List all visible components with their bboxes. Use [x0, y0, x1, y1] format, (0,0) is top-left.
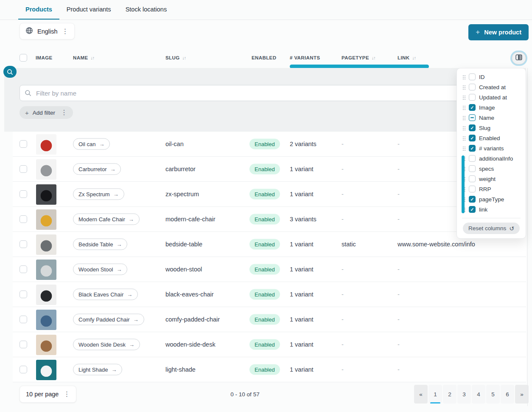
page-button-3[interactable]: 3 — [457, 385, 471, 404]
drag-handle-icon[interactable] — [462, 85, 465, 90]
column-menu-item[interactable]: Updated at — [457, 92, 526, 102]
product-name-chip[interactable]: Wooden Side Desk → — [73, 339, 140, 350]
drag-handle-icon[interactable] — [462, 116, 465, 120]
menu-scrollbar-thumb[interactable] — [462, 155, 465, 213]
sort-icon[interactable]: ↓↑ — [372, 55, 375, 60]
row-checkbox[interactable] — [20, 190, 27, 198]
product-name-chip[interactable]: Zx Spectrum → — [73, 189, 124, 200]
column-header-name[interactable]: NAME↓↑ — [73, 55, 94, 60]
row-checkbox[interactable] — [20, 240, 27, 248]
page-button-6[interactable]: 6 — [501, 385, 514, 404]
page-prev-button[interactable]: « — [414, 385, 428, 404]
column-checkbox[interactable] — [469, 114, 476, 121]
column-settings-button[interactable] — [512, 52, 526, 65]
column-menu-item[interactable]: Image — [457, 102, 526, 113]
product-name-chip[interactable]: Comfy Padded Chair → — [73, 314, 144, 325]
kebab-menu-icon[interactable]: ⋮ — [63, 391, 70, 398]
drag-handle-icon[interactable] — [462, 146, 465, 151]
reset-columns-button[interactable]: Reset columns ↺ — [463, 223, 520, 234]
product-name-chip[interactable]: Black Eaves Chair → — [73, 289, 138, 300]
column-checkbox[interactable] — [469, 155, 476, 162]
drag-handle-icon[interactable] — [462, 75, 465, 79]
column-checkbox[interactable] — [469, 104, 476, 111]
sort-icon[interactable]: ↓↑ — [90, 55, 94, 60]
product-thumbnail[interactable] — [36, 310, 56, 330]
drag-handle-icon[interactable] — [462, 136, 465, 141]
drag-handle-icon[interactable] — [462, 105, 465, 110]
column-menu-item[interactable]: Name — [457, 113, 526, 123]
row-checkbox[interactable] — [20, 341, 27, 348]
row-checkbox[interactable] — [20, 265, 27, 273]
select-all-checkbox[interactable] — [20, 54, 27, 62]
column-checkbox[interactable] — [469, 145, 476, 152]
column-header-variants[interactable]: # VARIANTS — [290, 55, 320, 60]
column-checkbox[interactable] — [469, 124, 476, 131]
column-checkbox[interactable] — [469, 196, 476, 203]
product-thumbnail[interactable] — [36, 134, 56, 155]
product-thumbnail[interactable] — [36, 159, 56, 180]
product-name-chip[interactable]: Oil can → — [73, 138, 110, 150]
new-product-button[interactable]: + New product — [468, 24, 529, 40]
product-name-chip[interactable]: Bedside Table → — [73, 239, 127, 250]
product-name-chip[interactable]: Carburretor → — [73, 164, 121, 175]
column-checkbox[interactable] — [469, 175, 476, 182]
per-page-selector[interactable]: 10 per page ⋮ — [20, 386, 76, 403]
column-menu-item[interactable]: link — [457, 204, 526, 214]
search-toggle-button[interactable] — [3, 66, 17, 78]
product-name-chip[interactable]: Modern Cafe Chair → — [73, 214, 140, 225]
column-checkbox[interactable] — [469, 186, 476, 192]
column-header-pagetype[interactable]: PAGETYPE↓↑ — [342, 55, 375, 60]
column-header-link[interactable]: LINK↓↑ — [398, 55, 416, 60]
row-checkbox[interactable] — [20, 291, 27, 298]
sort-icon[interactable]: ↓↑ — [412, 55, 416, 60]
row-checkbox[interactable] — [20, 165, 27, 173]
language-selector[interactable]: English ⋮ — [20, 23, 75, 40]
tab-products[interactable]: Products — [18, 0, 59, 20]
sort-icon[interactable]: ↓↑ — [182, 55, 186, 60]
column-checkbox[interactable] — [469, 73, 476, 80]
tab-product-variants[interactable]: Product variants — [59, 0, 118, 20]
page-button-2[interactable]: 2 — [443, 385, 456, 404]
page-button-4[interactable]: 4 — [472, 385, 485, 404]
column-checkbox[interactable] — [469, 94, 476, 101]
column-menu-item[interactable]: # variants — [457, 143, 526, 153]
column-menu-item[interactable]: RRP — [457, 184, 526, 194]
drag-handle-icon[interactable] — [462, 126, 465, 130]
page-button-5[interactable]: 5 — [486, 385, 500, 404]
page-button-1[interactable]: 1 — [428, 385, 442, 404]
row-checkbox[interactable] — [20, 366, 27, 373]
column-checkbox[interactable] — [469, 206, 476, 213]
column-header-slug[interactable]: SLUG↓↑ — [165, 55, 186, 60]
product-name-chip[interactable]: Light Shade → — [73, 364, 122, 375]
column-menu-item[interactable]: Enabled — [457, 133, 526, 143]
column-menu-item[interactable]: specs — [457, 164, 526, 174]
product-name-chip[interactable]: Wooden Stool → — [73, 264, 127, 275]
column-menu-item[interactable]: Slug — [457, 123, 526, 133]
kebab-menu-icon[interactable]: ⋮ — [61, 109, 67, 116]
column-menu-item[interactable]: pageType — [457, 194, 526, 204]
row-checkbox[interactable] — [20, 215, 27, 223]
column-header-image[interactable]: IMAGE — [36, 55, 53, 60]
drag-handle-icon[interactable] — [462, 95, 465, 100]
row-checkbox[interactable] — [20, 316, 27, 323]
product-thumbnail[interactable] — [36, 260, 56, 280]
column-menu-item[interactable]: ID — [457, 72, 526, 82]
filter-by-name-input[interactable] — [20, 85, 526, 101]
column-menu-item[interactable]: Created at — [457, 82, 526, 92]
column-menu-item[interactable]: additionalInfo — [457, 153, 526, 164]
kebab-menu-icon[interactable]: ⋮ — [62, 28, 69, 35]
page-next-button[interactable]: » — [515, 385, 529, 404]
row-checkbox[interactable] — [20, 140, 27, 148]
product-thumbnail[interactable] — [36, 360, 56, 380]
column-checkbox[interactable] — [469, 84, 476, 90]
tab-stock-locations[interactable]: Stock locations — [118, 0, 174, 20]
product-thumbnail[interactable] — [36, 285, 56, 305]
product-thumbnail[interactable] — [36, 184, 56, 205]
product-thumbnail[interactable] — [36, 234, 56, 255]
product-thumbnail[interactable] — [36, 209, 56, 230]
column-menu-item[interactable]: weight — [457, 174, 526, 184]
column-header-enabled[interactable]: ENABLED — [252, 55, 276, 60]
column-checkbox[interactable] — [469, 165, 476, 172]
add-filter-button[interactable]: + Add filter ⋮ — [20, 106, 73, 119]
column-checkbox[interactable] — [469, 135, 476, 141]
